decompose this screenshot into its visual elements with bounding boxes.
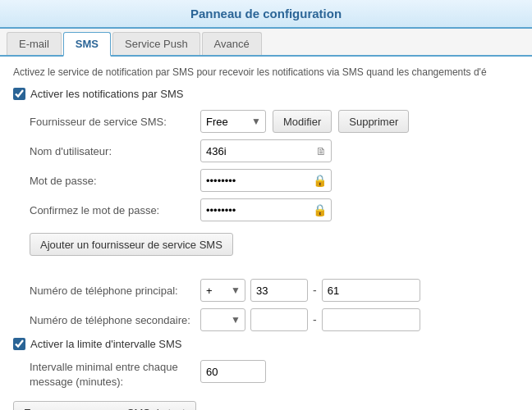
tabs-bar: E-mail SMS Service Push Avancé — [0, 29, 532, 57]
main-phone-country-input[interactable] — [250, 279, 308, 302]
tab-avance[interactable]: Avancé — [202, 32, 262, 55]
confirm-password-icon: 🔒 — [313, 203, 327, 216]
tab-email[interactable]: E-mail — [7, 32, 62, 55]
provider-label: Fournisseur de service SMS: — [30, 116, 194, 128]
interval-input[interactable] — [200, 360, 266, 383]
confirm-password-input-wrapper: 🔒 — [200, 198, 332, 221]
username-input[interactable] — [200, 139, 332, 162]
interval-section: Intervalle minimal entre chaquemessage (… — [30, 360, 519, 390]
password-input-wrapper: 🔒 — [200, 169, 332, 192]
secondary-phone-label: Numéro de téléphone secondaire: — [30, 314, 194, 326]
main-phone-number-input[interactable] — [322, 279, 420, 302]
form-section: Fournisseur de service SMS: Free ▼ Modif… — [30, 110, 519, 221]
sms-enable-checkbox-row: Activer les notifications par SMS — [13, 88, 519, 100]
interval-row: Intervalle minimal entre chaquemessage (… — [30, 360, 519, 390]
username-label: Nom d'utilisateur: — [30, 145, 194, 157]
main-phone-section: Numéro de téléphone principal: + ▼ - Num… — [30, 279, 519, 331]
sms-enable-label: Activer les notifications par SMS — [30, 88, 183, 100]
tab-service-push[interactable]: Service Push — [112, 32, 200, 55]
user-icon: 🗎 — [316, 145, 327, 157]
sms-enable-checkbox[interactable] — [13, 88, 25, 100]
main-phone-controls: + ▼ - — [200, 279, 420, 302]
main-content: Activez le service de notification par S… — [0, 57, 532, 410]
password-row: Mot de passe: 🔒 — [30, 169, 519, 192]
panel-header: Panneau de configuration — [0, 0, 532, 29]
test-sms-button[interactable]: Envoyer un message SMS de test — [13, 401, 196, 410]
main-phone-label: Numéro de téléphone principal: — [30, 285, 194, 297]
interval-label: Intervalle minimal entre chaquemessage (… — [30, 360, 194, 390]
add-provider-button[interactable]: Ajouter un fournisseur de service SMS — [30, 233, 233, 256]
provider-select[interactable]: Free — [200, 110, 266, 133]
main-phone-dash: - — [313, 284, 317, 297]
tab-sms[interactable]: SMS — [63, 32, 111, 57]
secondary-phone-row: Numéro de téléphone secondaire: ▼ - — [30, 308, 519, 331]
username-input-wrapper: 🗎 — [200, 139, 332, 162]
password-label: Mot de passe: — [30, 175, 194, 187]
description-text: Activez le service de notification par S… — [13, 66, 519, 78]
provider-row: Fournisseur de service SMS: Free ▼ Modif… — [30, 110, 519, 133]
username-row: Nom d'utilisateur: 🗎 — [30, 139, 519, 162]
secondary-phone-prefix-select[interactable] — [200, 308, 245, 331]
password-icon: 🔒 — [313, 174, 327, 187]
delete-button[interactable]: Supprimer — [338, 110, 409, 133]
secondary-phone-country-input[interactable] — [250, 308, 308, 331]
confirm-password-row: Confirmez le mot de passe: 🔒 — [30, 198, 519, 221]
provider-select-wrapper: Free ▼ — [200, 110, 266, 133]
modify-button[interactable]: Modifier — [273, 110, 332, 133]
main-phone-prefix-select[interactable]: + — [200, 279, 245, 302]
password-input[interactable] — [200, 169, 332, 192]
secondary-phone-number-input[interactable] — [322, 308, 420, 331]
interval-enable-checkbox-row: Activer la limite d'intervalle SMS — [13, 338, 519, 350]
main-phone-row: Numéro de téléphone principal: + ▼ - — [30, 279, 519, 302]
secondary-phone-prefix-wrapper: ▼ — [200, 308, 245, 331]
secondary-phone-dash: - — [313, 313, 317, 326]
confirm-password-label: Confirmez le mot de passe: — [30, 204, 194, 216]
interval-enable-label: Activer la limite d'intervalle SMS — [30, 338, 182, 350]
interval-enable-checkbox[interactable] — [13, 338, 25, 350]
secondary-phone-controls: ▼ - — [200, 308, 420, 331]
main-phone-prefix-wrapper: + ▼ — [200, 279, 245, 302]
confirm-password-input[interactable] — [200, 198, 332, 221]
